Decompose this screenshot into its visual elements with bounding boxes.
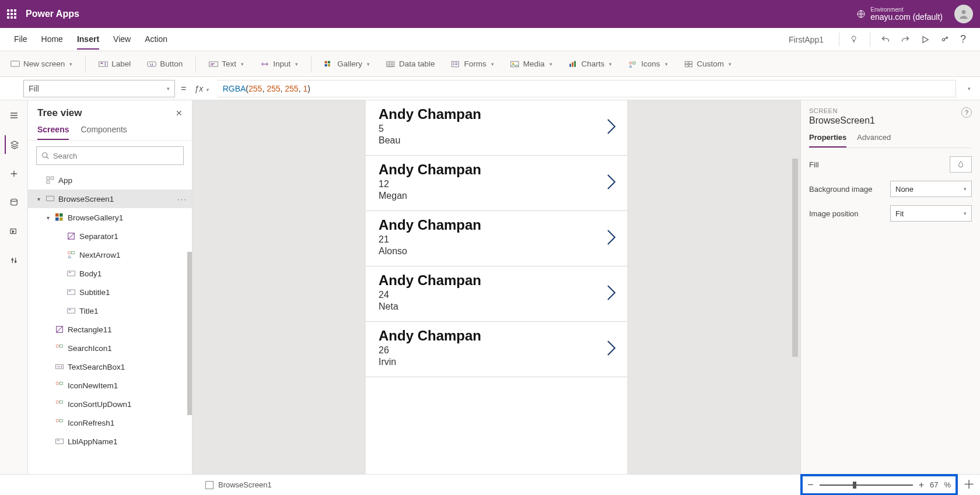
menu-action[interactable]: Action (145, 30, 167, 50)
tree-node-rectangle11[interactable]: Rectangle11 (28, 320, 192, 339)
ribbon-icons[interactable]: Icons▾ (622, 56, 673, 72)
gallery-item[interactable]: Andy Champan 5 Beau (366, 100, 627, 156)
canvas-scrollbar[interactable] (791, 100, 798, 474)
zoom-in-button[interactable]: + (919, 480, 924, 490)
rail-tools[interactable] (5, 252, 23, 271)
app-checker-icon[interactable] (850, 35, 859, 44)
svg-point-45 (56, 345, 59, 347)
next-arrow-icon[interactable] (606, 284, 617, 304)
rail-insert[interactable] (5, 164, 23, 183)
zoom-out-button[interactable]: − (807, 479, 814, 491)
gallery-body: Beau (379, 135, 614, 146)
more-icon[interactable]: ··· (177, 195, 187, 203)
next-arrow-icon[interactable] (606, 118, 617, 138)
formula-expand-icon[interactable]: ▾ (963, 86, 975, 92)
share-icon[interactable] (940, 35, 950, 44)
tree-node-iconsortupdown1[interactable]: IconSortUpDown1 (28, 395, 192, 413)
tree-node-app[interactable]: App (28, 171, 192, 189)
gallery-item[interactable]: Andy Champan 24 Neta (366, 266, 627, 322)
tree-node-iconrefresh1[interactable]: IconRefresh1 (28, 413, 192, 432)
tree-node-iconnewitem1[interactable]: IconNewItem1 (28, 376, 192, 395)
rail-tree-view[interactable] (5, 135, 23, 154)
svg-point-1 (962, 10, 966, 14)
scrollbar-thumb[interactable] (792, 159, 798, 357)
zoom-slider[interactable] (820, 485, 913, 486)
bg-image-select[interactable]: None▾ (890, 181, 972, 197)
svg-rect-18 (574, 61, 576, 66)
ribbon-new-screen[interactable]: New screen▾ (5, 56, 78, 72)
tree-node-browsegallery1[interactable]: ▾ BrowseGallery1 (28, 208, 192, 227)
scrollbar-thumb[interactable] (187, 252, 192, 415)
gallery-title: Andy Champan (379, 106, 614, 122)
undo-icon[interactable] (881, 35, 890, 44)
next-arrow-icon[interactable] (606, 339, 617, 359)
redo-icon[interactable] (901, 35, 910, 44)
ribbon-gallery[interactable]: Gallery▾ (318, 56, 376, 72)
tree-node-body1[interactable]: Body1 (28, 264, 192, 283)
tree-node-nextarrow1[interactable]: NextArrow1 (28, 245, 192, 264)
svg-rect-37 (60, 217, 63, 221)
gallery-subtitle: 12 (379, 179, 614, 189)
menu-bar: File Home Insert View Action FirstApp1 ? (0, 28, 980, 51)
environment-label: Environment (870, 6, 943, 13)
tree-node-textsearchbox1[interactable]: TextSearchBox1 (28, 357, 192, 376)
ribbon-input[interactable]: Input▾ (254, 56, 304, 72)
close-tree-button[interactable]: ✕ (176, 108, 183, 118)
user-avatar[interactable] (954, 5, 973, 23)
ribbon-data-table[interactable]: Data table (380, 56, 441, 72)
tree-node-separator1[interactable]: Separator1 (28, 227, 192, 245)
rail-data[interactable] (5, 194, 23, 212)
fit-to-window-icon[interactable] (961, 478, 976, 492)
svg-point-19 (629, 62, 632, 64)
tab-properties[interactable]: Properties (809, 133, 846, 148)
tree-node-searchicon1[interactable]: SearchIcon1 (28, 339, 192, 357)
tree-node-label: LblAppName1 (68, 437, 118, 446)
menu-file[interactable]: File (14, 30, 27, 50)
ribbon-label[interactable]: Label (93, 56, 136, 72)
next-arrow-icon[interactable] (606, 173, 617, 193)
environment-picker[interactable]: Environment enayu.com (default) (856, 6, 943, 22)
play-icon[interactable] (921, 35, 930, 44)
menu-insert[interactable]: Insert (77, 30, 99, 50)
breadcrumb[interactable]: BrowseScreen1 (218, 480, 272, 489)
ribbon-custom[interactable]: Custom▾ (678, 56, 738, 72)
header-right: Environment enayu.com (default) (856, 5, 973, 23)
fill-color-picker[interactable] (950, 156, 972, 173)
menu-home[interactable]: Home (41, 30, 63, 50)
tree-node-title1[interactable]: Title1 (28, 301, 192, 320)
tab-components[interactable]: Components (80, 125, 127, 140)
rail-hamburger[interactable] (5, 106, 23, 125)
fx-icon[interactable]: ƒx ▾ (192, 84, 211, 93)
button-icon (147, 60, 156, 68)
ribbon-button[interactable]: Button (141, 56, 188, 72)
gallery-item[interactable]: Andy Champan 26 Irvin (366, 322, 627, 377)
zoom-unit: % (944, 480, 951, 489)
image-position-select[interactable]: Fit▾ (890, 205, 972, 222)
property-selector[interactable]: Fill ▾ (23, 80, 175, 97)
tab-advanced[interactable]: Advanced (857, 133, 891, 148)
zoom-handle[interactable] (853, 482, 856, 489)
tree-node-lblappname1[interactable]: LblAppName1 (28, 432, 192, 451)
tree-search-input[interactable]: Search (36, 146, 184, 165)
gallery-item[interactable]: Andy Champan 12 Megan (366, 156, 627, 211)
help-icon[interactable]: ? (961, 107, 972, 118)
menu-view[interactable]: View (113, 30, 131, 50)
ribbon-forms[interactable]: Forms▾ (445, 56, 499, 72)
formula-input[interactable]: RGBA(255, 255, 255, 1) (217, 80, 956, 97)
next-arrow-icon[interactable] (606, 229, 617, 248)
tree-node-subtitle1[interactable]: Subtitle1 (28, 283, 192, 301)
gallery-subtitle: 5 (379, 124, 614, 134)
app-launcher-icon[interactable] (7, 9, 16, 19)
ribbon-forms-label: Forms (464, 59, 486, 68)
gallery-title: Andy Champan (379, 328, 614, 344)
ribbon-charts[interactable]: Charts▾ (563, 56, 618, 72)
selection-checkbox[interactable] (205, 481, 214, 489)
help-icon[interactable]: ? (960, 33, 966, 45)
canvas-area[interactable]: Andy Champan 5 Beau Andy Champan 12 Mega… (192, 100, 800, 474)
rail-media[interactable] (5, 223, 23, 241)
gallery-item[interactable]: Andy Champan 21 Alonso (366, 211, 627, 266)
tab-screens[interactable]: Screens (37, 125, 69, 140)
ribbon-media[interactable]: Media▾ (505, 56, 558, 72)
ribbon-text[interactable]: Text▾ (203, 56, 250, 72)
tree-node-browsescreen1[interactable]: ▾ BrowseScreen1 ··· (28, 189, 192, 208)
